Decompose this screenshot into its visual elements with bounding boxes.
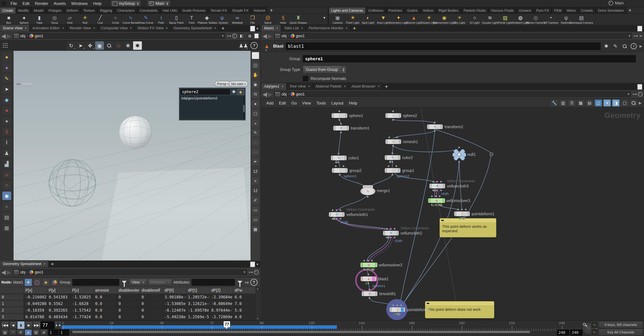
- close-tab-icon[interactable]: ×: [130, 26, 132, 30]
- radial-menu-icon[interactable]: [254, 270, 259, 274]
- key-step-icon[interactable]: ⇄: [40, 330, 48, 336]
- shelf-tool[interactable]: TFont: [184, 14, 199, 25]
- shelf-tab[interactable]: Particles: [386, 7, 405, 14]
- zoom-region-icon[interactable]: [104, 41, 114, 50]
- shelf-tool[interactable]: ▼Area Light: [376, 14, 391, 25]
- back-icon[interactable]: ◀: [262, 32, 267, 39]
- bone-tool-icon[interactable]: ⌇: [2, 138, 11, 147]
- close-tab-icon[interactable]: ×: [62, 26, 64, 30]
- node-transform2[interactable]: ✛transform2: [427, 124, 443, 129]
- pane-tab[interactable]: Motion FX View×: [134, 24, 170, 32]
- shelf-tab[interactable]: Crowds: [578, 7, 596, 14]
- shelf-tab[interactable]: Drive Simulation: [596, 7, 626, 14]
- brush-icon[interactable]: ✎: [252, 130, 259, 136]
- network-menu-item[interactable]: Go: [289, 100, 300, 106]
- scrollbar[interactable]: [243, 96, 245, 119]
- node-pointdeform1[interactable]: ∫pointdeform1: [454, 211, 470, 216]
- pin-icon[interactable]: ➣: [639, 33, 643, 38]
- flipbook-icon[interactable]: ❋: [124, 41, 132, 50]
- pane-tab[interactable]: Tree View×: [286, 83, 313, 90]
- network-menu-item[interactable]: Add: [264, 100, 276, 106]
- path-dropdown-icon[interactable]: ▼: [243, 270, 246, 274]
- wrench-icon[interactable]: 🔧: [551, 100, 558, 106]
- close-tab-icon[interactable]: ×: [25, 26, 27, 30]
- shelf-tool[interactable]: ▯Spray Paint: [169, 14, 184, 25]
- layout-icon[interactable]: ◫: [252, 62, 259, 68]
- points-mode-icon[interactable]: ◯: [33, 278, 41, 286]
- node-transform1[interactable]: ✛transform1: [333, 126, 349, 130]
- follow-network-icon[interactable]: ❖: [24, 278, 32, 286]
- column-header[interactable]: disableexternal: [117, 287, 140, 294]
- pane-tab[interactable]: Material Palette×: [313, 83, 348, 90]
- close-tab-icon[interactable]: ×: [93, 26, 95, 30]
- shelf-tab[interactable]: Volume: [251, 7, 268, 14]
- top-right-radial-selector[interactable]: Main: [608, 1, 624, 6]
- back-icon[interactable]: ◀: [262, 91, 267, 98]
- network-menu-item[interactable]: Edit: [276, 100, 289, 106]
- chart-icon[interactable]: ▥: [560, 100, 567, 106]
- desktop-selector[interactable]: mySetup ▲▼: [111, 0, 141, 6]
- keys-info-button[interactable]: 0 keys, 0/0 channels: [599, 321, 643, 328]
- rbd-ball-icon[interactable]: ●: [2, 106, 11, 115]
- column-header[interactable]: dP[2]: [210, 287, 233, 294]
- sticky-note-titlebar[interactable]: [440, 218, 496, 223]
- shelf-tool[interactable]: ▤Gamepad Camera: [574, 14, 589, 25]
- prims-mode-icon[interactable]: ◈: [42, 278, 50, 286]
- table-row[interactable]: 0 -0.216002 0.541583 -1.52825 0.0 0 0 3.…: [0, 294, 260, 300]
- shelf-tool[interactable]: ◎Stereo Camera: [528, 14, 543, 25]
- network-view-icon[interactable]: ◫: [595, 100, 602, 106]
- shelf-tool[interactable]: ◍Ambient Light: [513, 14, 528, 25]
- radial-menu-icon[interactable]: [638, 92, 643, 96]
- crate-icon[interactable]: ▦: [2, 224, 11, 232]
- shelf-tool[interactable]: ♜Quick Shapes: [291, 14, 306, 25]
- slab2-icon[interactable]: ▭: [252, 216, 259, 223]
- close-tab-icon[interactable]: ×: [44, 262, 46, 266]
- new-pane-tab-button[interactable]: +: [350, 25, 358, 32]
- breadcrumb-geo1[interactable]: geo1: [35, 270, 43, 274]
- info-view-icon[interactable]: ◨: [612, 100, 620, 106]
- table-row[interactable]: 1 -0.0492803 0.5562 -1.6628 0.0 0 0 -1.5…: [0, 300, 260, 307]
- shelf-overflow-icon[interactable]: ▼: [323, 16, 326, 20]
- attributes-filter-input[interactable]: [192, 279, 235, 286]
- pane-tab[interactable]: Scene View×: [0, 24, 30, 32]
- lod-level-2[interactable]: 12: [252, 187, 259, 194]
- shelf-tool[interactable]: ◓VR Camera: [544, 14, 558, 25]
- prev-frame-button[interactable]: ◀: [9, 321, 17, 329]
- timeline-scrollbar[interactable]: [72, 330, 530, 334]
- intrinsics-dropdown[interactable]: Intrinsics▼: [148, 279, 172, 286]
- sticky-note[interactable]: This point deform does not work: [425, 301, 494, 318]
- back-icon[interactable]: ◀: [1, 32, 6, 39]
- close-tab-icon[interactable]: ×: [308, 85, 310, 88]
- loop-icon[interactable]: ↺: [17, 330, 24, 336]
- radial-menu-icon[interactable]: [232, 34, 237, 38]
- select-tool-icon[interactable]: ➤▾: [76, 41, 85, 50]
- close-tab-icon[interactable]: ×: [346, 26, 348, 30]
- node-sphere2[interactable]: ●sphere2: [385, 113, 401, 118]
- node-remesh1[interactable]: ●remesh1: [385, 139, 401, 144]
- range-end2-field[interactable]: 240: [570, 330, 582, 336]
- node-vellumsolver2[interactable]: ◉vellumsolver2▲: [360, 262, 378, 268]
- close-tab-icon[interactable]: ×: [344, 85, 346, 88]
- step-fwd-icon[interactable]: ▶: [58, 321, 62, 329]
- skeleton-tool-icon[interactable]: ♟: [2, 149, 11, 157]
- close-tab-icon[interactable]: ×: [214, 26, 216, 30]
- breadcrumb-obj[interactable]: obj: [20, 34, 26, 38]
- detail-mode-icon[interactable]: [51, 278, 58, 286]
- spinner-icon[interactable]: ▲▼: [166, 2, 168, 5]
- pane-tab[interactable]: Take List×: [281, 24, 306, 32]
- shelf-tool[interactable]: ☀Point Light: [345, 14, 360, 25]
- grid-icon[interactable]: ▤: [586, 100, 593, 106]
- playback-range-bar[interactable]: [62, 325, 337, 329]
- breadcrumb-geo1[interactable]: geo1: [35, 34, 43, 38]
- expand-icon[interactable]: ▶: [640, 44, 642, 48]
- pane-maximize-icon[interactable]: [250, 26, 255, 32]
- breadcrumb-obj[interactable]: obj: [281, 92, 286, 96]
- lod-level-1[interactable]: 12: [252, 168, 259, 175]
- drawer-icon[interactable]: ▤: [2, 213, 11, 221]
- node-group1[interactable]: ○group1sphere2: [385, 168, 400, 173]
- path-dropdown-icon[interactable]: ▼: [221, 34, 224, 38]
- column-header[interactable]: airresist: [94, 287, 117, 294]
- range-start2-field[interactable]: 1: [59, 330, 69, 336]
- shelf-tab[interactable]: Guide Process: [180, 7, 208, 14]
- network-menu-item[interactable]: View: [300, 100, 314, 106]
